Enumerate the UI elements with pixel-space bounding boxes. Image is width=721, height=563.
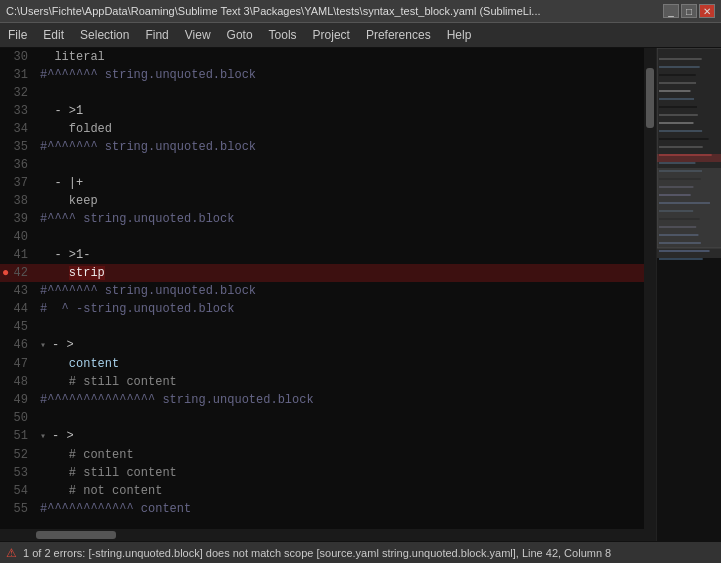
code-line: 38 keep — [0, 192, 644, 210]
minimap-highlight — [656, 168, 721, 258]
code-line: 35#^^^^^^^ string.unquoted.block — [0, 138, 644, 156]
code-lines: 30 literal31#^^^^^^^ string.unquoted.blo… — [0, 48, 644, 518]
line-number: 42 — [0, 264, 36, 282]
line-content[interactable]: #^^^^^^^^^^^^^^^ string.unquoted.block — [36, 391, 644, 409]
menu-item-file[interactable]: File — [0, 25, 35, 45]
menu-item-project[interactable]: Project — [305, 25, 358, 45]
code-line: 31#^^^^^^^ string.unquoted.block — [0, 66, 644, 84]
vertical-scrollbar[interactable] — [644, 48, 656, 541]
line-content[interactable]: ▾ - > — [36, 336, 644, 355]
line-content[interactable] — [36, 409, 644, 427]
menu-item-view[interactable]: View — [177, 25, 219, 45]
code-area[interactable]: 30 literal31#^^^^^^^ string.unquoted.blo… — [0, 48, 644, 541]
code-line: 45 — [0, 318, 644, 336]
token: - >1- — [40, 248, 90, 262]
token: # still content — [40, 375, 177, 389]
line-content[interactable] — [36, 228, 644, 246]
token: #^^^^^^^ string.unquoted.block — [40, 284, 256, 298]
token: #^^^^^^^ string.unquoted.block — [40, 68, 256, 82]
code-line: 32 — [0, 84, 644, 102]
minimap-canvas — [657, 48, 721, 528]
window-controls[interactable]: _ □ ✕ — [663, 4, 715, 18]
token: folded — [40, 122, 112, 136]
code-scroll[interactable]: 30 literal31#^^^^^^^ string.unquoted.blo… — [0, 48, 644, 529]
maximize-button[interactable]: □ — [681, 4, 697, 18]
menu-item-preferences[interactable]: Preferences — [358, 25, 439, 45]
line-number: 45 — [0, 318, 36, 336]
line-content[interactable]: #^^^^ string.unquoted.block — [36, 210, 644, 228]
line-content[interactable]: # still content — [36, 373, 644, 391]
close-button[interactable]: ✕ — [699, 4, 715, 18]
code-line: 40 — [0, 228, 644, 246]
fold-arrow-icon[interactable]: ▾ — [40, 431, 52, 442]
line-content[interactable]: content — [36, 355, 644, 373]
scrollbar-h-thumb[interactable] — [36, 531, 116, 539]
code-line: 30 literal — [0, 48, 644, 66]
line-number: 31 — [0, 66, 36, 84]
line-content[interactable]: folded — [36, 120, 644, 138]
menu-item-tools[interactable]: Tools — [261, 25, 305, 45]
line-content[interactable]: # ^ -string.unquoted.block — [36, 300, 644, 318]
line-content[interactable]: #^^^^^^^ string.unquoted.block — [36, 282, 644, 300]
line-number: 34 — [0, 120, 36, 138]
line-content[interactable]: #^^^^^^^ string.unquoted.block — [36, 138, 644, 156]
minimize-button[interactable]: _ — [663, 4, 679, 18]
token: #^^^^^^^^^^^^^^^ string.unquoted.block — [40, 393, 314, 407]
line-content[interactable]: #^^^^^^^ string.unquoted.block — [36, 66, 644, 84]
code-line: 49#^^^^^^^^^^^^^^^ string.unquoted.block — [0, 391, 644, 409]
line-content[interactable] — [36, 84, 644, 102]
code-line: 47 content — [0, 355, 644, 373]
line-number: 32 — [0, 84, 36, 102]
line-number: 44 — [0, 300, 36, 318]
line-content[interactable]: # not content — [36, 482, 644, 500]
line-content[interactable]: - >1 — [36, 102, 644, 120]
line-number: 41 — [0, 246, 36, 264]
menu-item-goto[interactable]: Goto — [219, 25, 261, 45]
line-number: 55 — [0, 500, 36, 518]
line-number: 36 — [0, 156, 36, 174]
menu-item-help[interactable]: Help — [439, 25, 480, 45]
code-line: 39#^^^^ string.unquoted.block — [0, 210, 644, 228]
code-line: 51▾ - > — [0, 427, 644, 446]
token: - > — [52, 338, 74, 352]
editor-container: 30 literal31#^^^^^^^ string.unquoted.blo… — [0, 48, 721, 541]
line-content[interactable] — [36, 318, 644, 336]
line-content[interactable]: - |+ — [36, 174, 644, 192]
line-number: 30 — [0, 48, 36, 66]
line-content[interactable]: literal — [36, 48, 644, 66]
line-content[interactable]: ▾ - > — [36, 427, 644, 446]
fold-arrow-icon[interactable]: ▾ — [40, 340, 52, 351]
line-number: 53 — [0, 464, 36, 482]
token: #^^^^ string.unquoted.block — [40, 212, 234, 226]
code-line: 33 - >1 — [0, 102, 644, 120]
line-content[interactable]: # still content — [36, 464, 644, 482]
menu-item-find[interactable]: Find — [137, 25, 176, 45]
token: literal — [40, 50, 105, 64]
line-number: 38 — [0, 192, 36, 210]
line-content[interactable]: #^^^^^^^^^^^^ content — [36, 500, 644, 518]
status-message: 1 of 2 errors: [-string.unquoted.block] … — [23, 547, 611, 559]
code-line: 36 — [0, 156, 644, 174]
token: content — [40, 357, 119, 371]
minimap[interactable] — [656, 48, 721, 541]
menu-item-edit[interactable]: Edit — [35, 25, 72, 45]
line-content[interactable]: keep — [36, 192, 644, 210]
line-content[interactable]: # content — [36, 446, 644, 464]
line-number: 37 — [0, 174, 36, 192]
line-content[interactable] — [36, 156, 644, 174]
token: # content — [40, 448, 134, 462]
error-icon: ⚠ — [6, 546, 17, 560]
code-line: 53 # still content — [0, 464, 644, 482]
token: # still content — [40, 466, 177, 480]
line-number: 49 — [0, 391, 36, 409]
horizontal-scrollbar[interactable] — [0, 529, 644, 541]
menu-item-selection[interactable]: Selection — [72, 25, 137, 45]
scrollbar-v-thumb[interactable] — [646, 68, 654, 128]
token: keep — [40, 194, 98, 208]
token: # ^ -string.unquoted.block — [40, 302, 234, 316]
token: # not content — [40, 484, 162, 498]
line-content[interactable]: strip — [36, 264, 644, 282]
line-content[interactable]: - >1- — [36, 246, 644, 264]
line-number: 50 — [0, 409, 36, 427]
token: - |+ — [40, 176, 83, 190]
